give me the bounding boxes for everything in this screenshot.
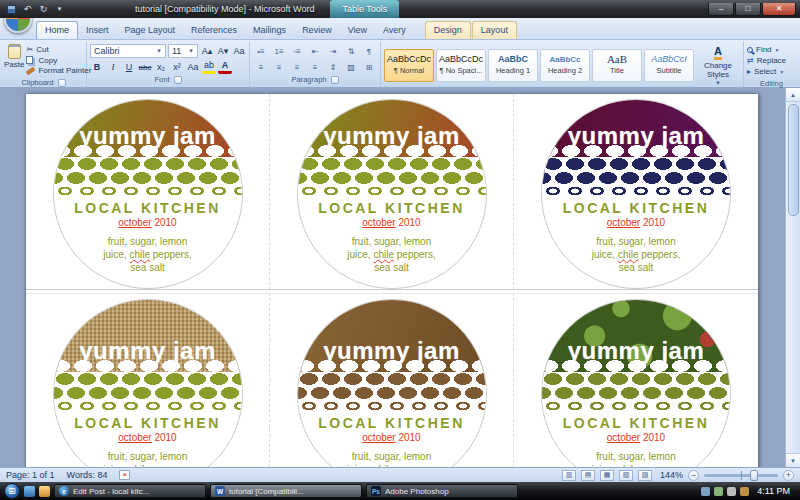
format-painter-button[interactable]: Format Painter: [26, 65, 91, 76]
shrink-font-button[interactable]: A▾: [216, 44, 230, 58]
jam-label-6[interactable]: yummy jam LOCAL KITCHEN october 2010 fru…: [541, 299, 731, 467]
zoom-out-button[interactable]: −: [688, 470, 699, 481]
jam-label-4[interactable]: yummy jam LOCAL KITCHEN october 2010 fru…: [53, 299, 243, 467]
proofing-status-icon[interactable]: ×: [119, 470, 130, 480]
decrease-indent-button[interactable]: ⇤: [307, 44, 323, 58]
scroll-up-button[interactable]: ▲: [786, 88, 800, 102]
subscript-button[interactable]: x₂: [154, 60, 168, 74]
tray-icon[interactable]: [727, 487, 736, 496]
style-heading2[interactable]: AaBbCcHeading 2: [540, 49, 590, 82]
table-cell[interactable]: yummy jam LOCAL KITCHEN october 2010 fru…: [270, 94, 514, 290]
tray-icon[interactable]: [714, 487, 723, 496]
tab-view[interactable]: View: [340, 22, 375, 39]
style-heading1[interactable]: AaBbCHeading 1: [488, 49, 538, 82]
font-name-combo[interactable]: Calibri▼: [90, 44, 166, 58]
style-normal[interactable]: AaBbCcDc¶ Normal: [384, 49, 434, 82]
quick-launch-icon[interactable]: [39, 486, 50, 497]
word-count[interactable]: Words: 84: [67, 470, 108, 480]
font-size-combo[interactable]: 11▼: [168, 44, 198, 58]
taskbar-window-browser[interactable]: e Edit Post - local kitc...: [54, 484, 206, 498]
paste-button[interactable]: Paste: [4, 42, 24, 69]
vertical-scrollbar[interactable]: ▲ ▼: [785, 88, 800, 467]
table-cell[interactable]: yummy jam LOCAL KITCHEN october 2010 fru…: [514, 94, 758, 290]
copy-button[interactable]: Copy: [26, 55, 91, 66]
clear-formatting-button[interactable]: Aa: [232, 44, 246, 58]
view-outline-button[interactable]: ▧: [619, 470, 633, 481]
tab-references[interactable]: References: [183, 22, 245, 39]
qat-dropdown-button[interactable]: ▼: [53, 3, 66, 16]
view-web-layout-button[interactable]: ▦: [600, 470, 614, 481]
page-indicator[interactable]: Page: 1 of 1: [6, 470, 55, 480]
style-subtitle[interactable]: AaBbCcISubtitle: [644, 49, 694, 82]
select-button[interactable]: ▸Select▼: [747, 66, 796, 77]
tab-table-layout[interactable]: Layout: [472, 21, 517, 39]
shading-button[interactable]: ▨: [343, 60, 359, 74]
quick-launch-icon[interactable]: [24, 486, 35, 497]
bold-button[interactable]: B: [90, 60, 104, 74]
text-highlight-button[interactable]: ab: [202, 60, 216, 74]
font-dialog-launcher[interactable]: [174, 76, 182, 84]
italic-button[interactable]: I: [106, 60, 120, 74]
clock[interactable]: 4:11 PM: [753, 486, 796, 496]
justify-button[interactable]: ≡: [307, 60, 323, 74]
grow-font-button[interactable]: A▴: [200, 44, 214, 58]
increase-indent-button[interactable]: ⇥: [325, 44, 341, 58]
sort-button[interactable]: ⇅: [343, 44, 359, 58]
style-title[interactable]: AaBTitle: [592, 49, 642, 82]
strikethrough-button[interactable]: abc: [138, 60, 152, 74]
line-spacing-button[interactable]: ⇕: [325, 60, 341, 74]
replace-button[interactable]: ⇄Replace: [747, 55, 796, 66]
change-styles-button[interactable]: A Change Styles ▼: [696, 44, 740, 87]
change-case-button[interactable]: Aa: [186, 60, 200, 74]
borders-button[interactable]: ⊞: [361, 60, 377, 74]
undo-button[interactable]: ↶: [21, 3, 34, 16]
view-print-layout-button[interactable]: ▥: [562, 470, 576, 481]
underline-button[interactable]: U: [122, 60, 136, 74]
scrollbar-thumb[interactable]: [788, 104, 799, 216]
align-right-button[interactable]: ≡: [289, 60, 305, 74]
view-draft-button[interactable]: ▨: [638, 470, 652, 481]
zoom-in-button[interactable]: +: [783, 470, 794, 481]
zoom-slider-thumb[interactable]: [750, 470, 758, 481]
cut-button[interactable]: ✂Cut: [26, 44, 91, 55]
document-page[interactable]: yummy jam LOCAL KITCHEN october 2010 fru…: [26, 94, 758, 467]
align-center-button[interactable]: ≡: [271, 60, 287, 74]
font-color-button[interactable]: A: [218, 60, 232, 74]
table-cell[interactable]: yummy jam LOCAL KITCHEN october 2010 fru…: [26, 94, 270, 290]
save-button[interactable]: [5, 3, 18, 16]
tab-page-layout[interactable]: Page Layout: [117, 22, 184, 39]
show-hide-marks-button[interactable]: ¶: [361, 44, 377, 58]
bullets-button[interactable]: •≡: [253, 44, 269, 58]
jam-label-3[interactable]: yummy jam LOCAL KITCHEN october 2010 fru…: [541, 99, 731, 289]
tray-icon[interactable]: [701, 487, 710, 496]
scroll-down-button[interactable]: ▼: [786, 453, 800, 467]
tab-review[interactable]: Review: [294, 22, 340, 39]
table-cell[interactable]: yummy jam LOCAL KITCHEN october 2010 fru…: [26, 293, 270, 467]
paragraph-dialog-launcher[interactable]: [331, 76, 339, 84]
redo-button[interactable]: ↻: [37, 3, 50, 16]
taskbar-window-word[interactable]: W tutorial [Compatibili...: [210, 484, 362, 498]
style-no-spacing[interactable]: AaBbCcDc¶ No Spaci...: [436, 49, 486, 82]
taskbar-window-photoshop[interactable]: Ps Adobe Photoshop: [366, 484, 518, 498]
tray-icon[interactable]: [740, 487, 749, 496]
tab-home[interactable]: Home: [36, 21, 78, 39]
maximize-button[interactable]: □: [735, 3, 761, 16]
jam-label-2[interactable]: yummy jam LOCAL KITCHEN october 2010 fru…: [297, 99, 487, 289]
multilevel-list-button[interactable]: ◦≡: [289, 44, 305, 58]
jam-label-5[interactable]: yummy jam LOCAL KITCHEN october 2010 fru…: [297, 299, 487, 467]
numbering-button[interactable]: 1≡: [271, 44, 287, 58]
view-full-screen-button[interactable]: ▤: [581, 470, 595, 481]
minimize-button[interactable]: –: [708, 3, 734, 16]
clipboard-dialog-launcher[interactable]: [58, 79, 66, 87]
zoom-level[interactable]: 144%: [657, 470, 683, 480]
find-button[interactable]: Find▼: [747, 44, 796, 55]
jam-label-1[interactable]: yummy jam LOCAL KITCHEN october 2010 fru…: [53, 99, 243, 289]
tab-table-design[interactable]: Design: [425, 21, 471, 39]
close-button[interactable]: ✕: [762, 3, 796, 16]
tab-mailings[interactable]: Mailings: [245, 22, 294, 39]
start-button[interactable]: ⊞: [4, 483, 20, 499]
zoom-slider[interactable]: [704, 474, 778, 477]
table-cell[interactable]: yummy jam LOCAL KITCHEN october 2010 fru…: [514, 293, 758, 467]
align-left-button[interactable]: ≡: [253, 60, 269, 74]
superscript-button[interactable]: x²: [170, 60, 184, 74]
